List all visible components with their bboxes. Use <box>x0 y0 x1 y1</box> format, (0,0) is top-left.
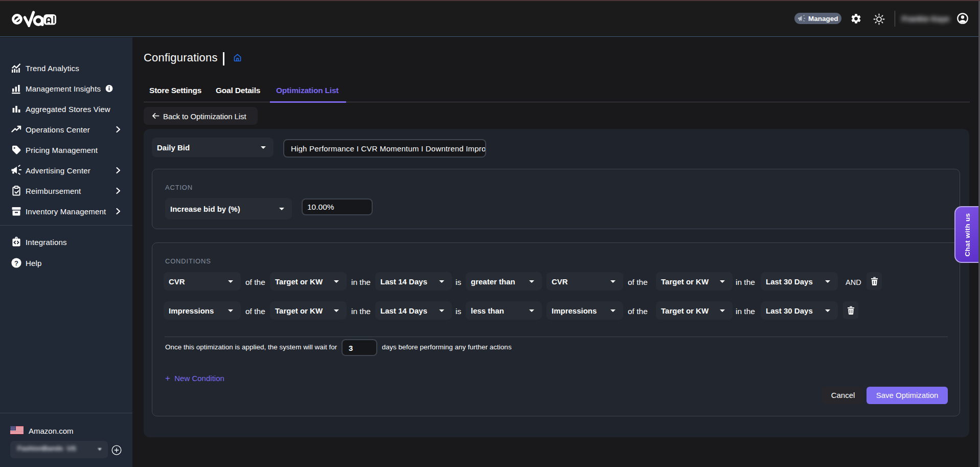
svg-text:?: ? <box>14 259 18 267</box>
